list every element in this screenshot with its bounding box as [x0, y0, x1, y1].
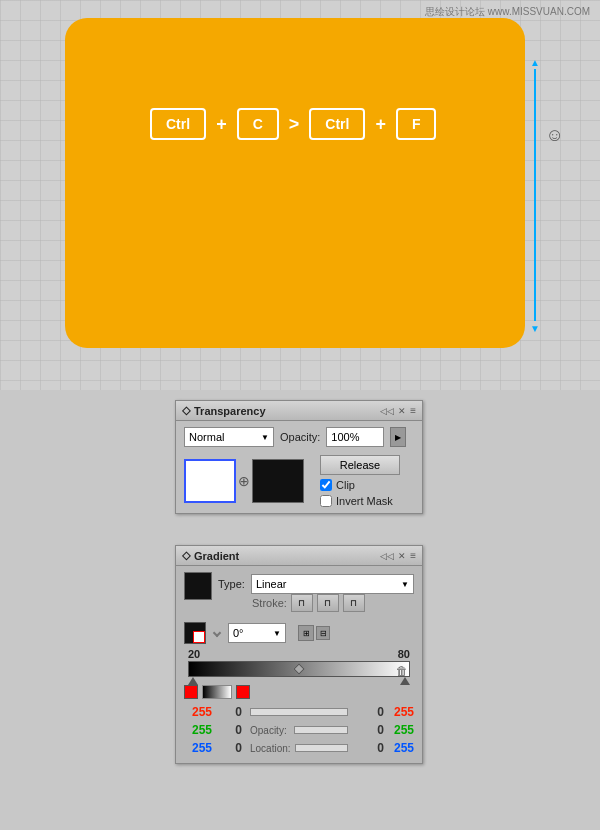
- rgb-left-blue: 255 0: [184, 741, 244, 755]
- key-ctrl-2: Ctrl: [309, 108, 365, 140]
- shortcut-display: Ctrl + C > Ctrl + F: [150, 108, 436, 140]
- red-left-zero: 0: [214, 705, 242, 719]
- rgb-mid-red: [244, 708, 354, 716]
- rgb-left-red: 255 0: [184, 705, 244, 719]
- panel-collapse-btn[interactable]: ◁◁: [380, 406, 394, 416]
- opacity-select[interactable]: 100%: [326, 427, 384, 447]
- delete-stop-icon[interactable]: 🗑: [396, 664, 408, 678]
- rgb-row-green: 255 0 Opacity: 0 255: [184, 721, 414, 739]
- blue-right-zero: 0: [356, 741, 384, 755]
- panels-area: ◇ Transparency ◁◁ ✕ ≡ Normal ▼ Opacity: …: [0, 390, 600, 830]
- gradient-collapse-btn[interactable]: ◁◁: [380, 551, 394, 561]
- chevron-icon: ◇: [182, 404, 190, 417]
- transparency-options: Release Clip Invert Mask: [320, 455, 400, 507]
- green-left-val: 255: [184, 723, 212, 737]
- blue-left-val: 255: [184, 741, 212, 755]
- canvas-content: Ctrl + C > Ctrl + F ☺ 思绘设计论坛 www.MISSVUA…: [0, 0, 600, 390]
- blue-arrow-indicator: [525, 55, 545, 335]
- location-mid-label: Location:: [250, 743, 291, 754]
- blue-right-val: 255: [386, 741, 414, 755]
- aspect-icon-2[interactable]: ⊟: [316, 626, 330, 640]
- transparency-panel: ◇ Transparency ◁◁ ✕ ≡ Normal ▼ Opacity: …: [175, 400, 423, 514]
- rgb-right-red: 0 255: [354, 705, 414, 719]
- transparency-panel-header[interactable]: ◇ Transparency ◁◁ ✕ ≡: [176, 401, 422, 421]
- gradient-panel-title: ◇ Gradient: [182, 549, 239, 562]
- chain-link-icon: ⊕: [238, 473, 250, 489]
- rgb-right-blue: 0 255: [354, 741, 414, 755]
- aspect-icon-1[interactable]: ⊞: [298, 625, 314, 641]
- clip-checkbox-row: Clip: [320, 479, 400, 491]
- rgb-row-red: 255 0 0 255: [184, 703, 414, 721]
- gradient-panel-body: Type: Linear ▼ Stroke: ⊓ ⊓ ⊓: [176, 566, 422, 763]
- release-button[interactable]: Release: [320, 455, 400, 475]
- blend-mode-select[interactable]: Normal ▼: [184, 427, 274, 447]
- plus-2: +: [375, 114, 386, 135]
- blue-left-zero: 0: [214, 741, 242, 755]
- invert-checkbox-row: Invert Mask: [320, 495, 400, 507]
- gradient-type-value: Linear: [256, 578, 287, 590]
- plus-1: +: [216, 114, 227, 135]
- angle-row: 0° ▼ ⊞ ⊟: [184, 622, 414, 644]
- angle-triangle-icon: [213, 629, 221, 637]
- opacity-value: 100%: [331, 431, 359, 443]
- aspect-icons: ⊞ ⊟: [294, 625, 330, 641]
- orange-shape: [65, 18, 525, 348]
- panel-menu-btn[interactable]: ≡: [410, 405, 416, 416]
- key-c: C: [237, 108, 279, 140]
- rgb-slider-blue[interactable]: [295, 744, 348, 752]
- stop-swatch-left[interactable]: [184, 685, 198, 699]
- invert-label: Invert Mask: [336, 495, 393, 507]
- red-right-val: 255: [386, 705, 414, 719]
- transparency-panel-controls: ◁◁ ✕ ≡: [380, 405, 416, 416]
- gradient-swatch[interactable]: [184, 572, 212, 600]
- arrow-op: >: [289, 114, 300, 135]
- rgb-mid-blue: Location:: [244, 743, 354, 754]
- blend-opacity-row: Normal ▼ Opacity: 100% ▶: [184, 427, 414, 447]
- key-ctrl-1: Ctrl: [150, 108, 206, 140]
- gradient-type-select[interactable]: Linear ▼: [251, 574, 414, 594]
- rgb-slider-red[interactable]: [250, 708, 348, 716]
- gradient-stop-right[interactable]: [400, 677, 410, 685]
- stroke-row: Stroke: ⊓ ⊓ ⊓: [218, 594, 414, 612]
- clip-checkbox[interactable]: [320, 479, 332, 491]
- stop-gradient-preview: [202, 685, 232, 699]
- rgb-left-green: 255 0: [184, 723, 244, 737]
- arrow-up-icon: [530, 55, 540, 69]
- gradient-menu-btn[interactable]: ≡: [410, 550, 416, 561]
- gradient-close-btn[interactable]: ✕: [398, 551, 406, 561]
- gradient-stop-left[interactable]: [188, 677, 198, 685]
- gradient-chevron-icon: ◇: [182, 549, 190, 562]
- opacity-increment-btn[interactable]: ▶: [390, 427, 406, 447]
- opacity-mid-label: Opacity:: [250, 725, 290, 736]
- gradient-panel-header[interactable]: ◇ Gradient ◁◁ ✕ ≡: [176, 546, 422, 566]
- colorstop-row: [184, 685, 414, 699]
- mask-thumbnail: [252, 459, 304, 503]
- canvas-area: Ctrl + C > Ctrl + F ☺ 思绘设计论坛 www.MISSVUA…: [0, 0, 600, 390]
- rgb-slider-green[interactable]: [294, 726, 348, 734]
- gradient-panel: ◇ Gradient ◁◁ ✕ ≡ Type: Linear ▼: [175, 545, 423, 764]
- bar-label-right: 80: [398, 648, 410, 660]
- green-left-zero: 0: [214, 723, 242, 737]
- blend-mode-arrow: ▼: [261, 433, 269, 442]
- thumbnail-container: ⊕: [184, 459, 304, 503]
- stroke-btn-1[interactable]: ⊓: [291, 594, 313, 612]
- type-label: Type:: [218, 578, 245, 590]
- red-right-zero: 0: [356, 705, 384, 719]
- red-left-val: 255: [184, 705, 212, 719]
- invert-checkbox[interactable]: [320, 495, 332, 507]
- face-icon: ☺: [546, 125, 564, 146]
- angle-value: 0°: [233, 627, 244, 639]
- opacity-label: Opacity:: [280, 431, 320, 443]
- clip-label: Clip: [336, 479, 355, 491]
- panel-close-btn[interactable]: ✕: [398, 406, 406, 416]
- stroke-btn-2[interactable]: ⊓: [317, 594, 339, 612]
- gradient-type-row: Type: Linear ▼: [218, 574, 414, 594]
- blue-line: [534, 69, 536, 321]
- stop-swatch-right[interactable]: [236, 685, 250, 699]
- angle-arrow: ▼: [273, 629, 281, 638]
- gradient-panel-controls: ◁◁ ✕ ≡: [380, 550, 416, 561]
- stroke-btn-3[interactable]: ⊓: [343, 594, 365, 612]
- angle-select[interactable]: 0° ▼: [228, 623, 286, 643]
- gradient-bar-wrapper[interactable]: [188, 661, 410, 677]
- gradient-type-arrow: ▼: [401, 580, 409, 589]
